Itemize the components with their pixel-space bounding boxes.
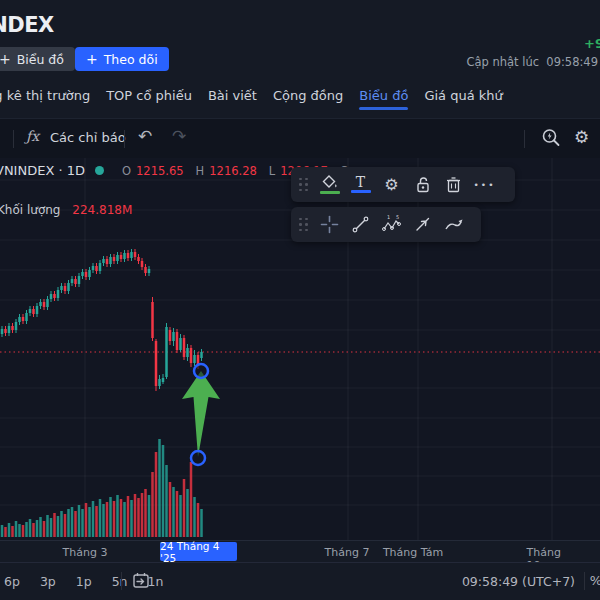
drag-handle[interactable] xyxy=(299,218,308,232)
svg-text:1: 1 xyxy=(387,215,390,220)
gear-icon: ⚙ xyxy=(384,175,398,194)
text-color-bar xyxy=(351,190,371,193)
trading-app-window: VNINDEX + Biểu đồ + Theo dõi +9 Cập nhật… xyxy=(0,0,600,600)
selected-date-badge: 24 Tháng 4 '25 xyxy=(160,542,237,561)
range-button-3p[interactable]: 3p xyxy=(31,570,65,593)
crosshair-icon xyxy=(320,215,339,234)
svg-text:5: 5 xyxy=(396,215,399,220)
time-axis-label: Tháng Tám xyxy=(383,546,443,559)
arrow-marker-tool[interactable] xyxy=(407,212,438,238)
trend-line-tool[interactable] xyxy=(345,212,376,238)
ohlc-label: H xyxy=(196,164,205,178)
ohlc-label: O xyxy=(122,164,131,178)
time-axis[interactable]: Tháng 3Tháng 7Tháng TámTháng 1024 Tháng … xyxy=(0,540,600,563)
delete-tool[interactable] xyxy=(438,172,469,198)
range-button-1p[interactable]: 1p xyxy=(67,570,101,593)
volume-value: 224.818M xyxy=(72,203,132,217)
text-tool-icon: T xyxy=(356,176,365,188)
percent-scale-button[interactable]: % xyxy=(590,573,600,588)
fill-color-bar xyxy=(320,191,340,194)
ohlc-value: 1216.28 xyxy=(209,164,257,178)
brush-icon xyxy=(443,216,464,233)
text-color-tool[interactable]: T xyxy=(345,172,376,198)
candlestick-chart[interactable] xyxy=(0,0,600,600)
toolbar-separator xyxy=(121,572,122,590)
bottom-toolbar: 6p3p1p5n1n 09:58:49 (UTC+7) % xyxy=(0,562,600,600)
ohlc-label: L xyxy=(269,164,275,178)
drawing-settings-tool[interactable]: ⚙ xyxy=(376,172,407,198)
toolbar-separator xyxy=(584,572,585,590)
range-button-6p[interactable]: 6p xyxy=(0,570,29,593)
color-fill-tool[interactable] xyxy=(314,172,345,198)
more-options-tool[interactable]: ••• xyxy=(469,172,500,198)
volume-label[interactable]: Khối lượng xyxy=(0,203,60,217)
trend-line-icon xyxy=(351,215,370,234)
trash-icon xyxy=(446,176,461,193)
crosshair-tool[interactable] xyxy=(314,212,345,238)
legend-symbol[interactable]: VNINDEX · 1D xyxy=(0,163,85,178)
lock-tool[interactable] xyxy=(407,172,438,198)
time-axis-label: Tháng 3 xyxy=(63,546,108,559)
volume-legend: Khối lượng 224.818M xyxy=(0,203,132,217)
ohlc-value: 1215.65 xyxy=(136,164,184,178)
pattern-tool[interactable]: 1 5 xyxy=(376,212,407,238)
brush-tool[interactable] xyxy=(438,212,469,238)
calendar-icon xyxy=(131,571,151,591)
unlock-icon xyxy=(415,176,431,193)
drawing-tools-toolbar: 1 5 xyxy=(291,207,481,242)
drawing-settings-toolbar: T ⚙ ••• xyxy=(291,167,515,202)
time-axis-label: Tháng 7 xyxy=(325,546,370,559)
arrow-icon xyxy=(413,215,432,234)
market-open-dot-icon xyxy=(95,166,104,175)
clock-timezone[interactable]: 09:58:49 (UTC+7) xyxy=(462,574,575,589)
ellipsis-icon: ••• xyxy=(474,180,496,190)
drag-handle[interactable] xyxy=(299,178,308,192)
pattern-icon: 1 5 xyxy=(382,215,402,234)
goto-date-button[interactable] xyxy=(131,571,151,595)
